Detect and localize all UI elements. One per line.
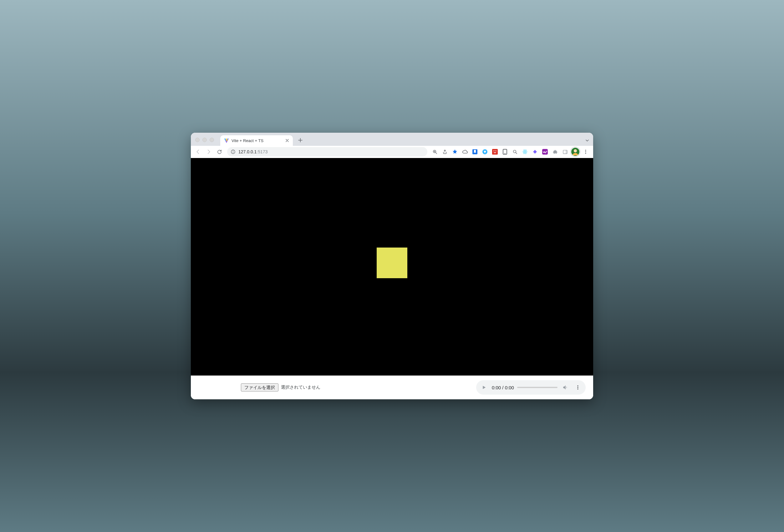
extension-react-devtools-icon[interactable] bbox=[521, 147, 529, 156]
file-choose-button[interactable]: ファイルを選択 bbox=[241, 383, 278, 392]
canvas-stage bbox=[191, 158, 593, 375]
nav-back-button[interactable] bbox=[193, 147, 203, 157]
extension-checks-icon[interactable] bbox=[541, 147, 549, 156]
address-host: 127.0.0.1 bbox=[239, 149, 256, 154]
tab-close-button[interactable] bbox=[285, 138, 290, 143]
svg-rect-1 bbox=[233, 151, 233, 153]
page-footer: ファイルを選択 選択されていません 0:00 / 0:00 bbox=[191, 375, 593, 399]
extension-diamond-icon[interactable] bbox=[531, 147, 539, 156]
nav-reload-button[interactable] bbox=[215, 147, 224, 157]
svg-point-8 bbox=[495, 150, 496, 151]
address-port: :5173 bbox=[256, 149, 268, 154]
new-tab-button[interactable] bbox=[296, 136, 305, 145]
audio-volume-button[interactable] bbox=[561, 383, 570, 392]
yellow-square bbox=[377, 248, 407, 278]
window-zoom-button[interactable] bbox=[209, 138, 214, 142]
window-close-button[interactable] bbox=[195, 138, 200, 142]
address-url: 127.0.0.1:5173 bbox=[239, 149, 268, 154]
audio-duration: 0:00 bbox=[505, 385, 514, 390]
svg-point-23 bbox=[585, 151, 586, 152]
window-traffic-lights bbox=[191, 138, 218, 146]
browser-window: Vite + React + TS 127.0.0.1:5173 bbox=[191, 133, 593, 399]
svg-point-12 bbox=[513, 150, 516, 153]
window-minimize-button[interactable] bbox=[202, 138, 207, 142]
extension-search-icon[interactable] bbox=[510, 147, 519, 156]
file-status-text: 選択されていません bbox=[281, 385, 320, 390]
svg-point-25 bbox=[577, 385, 578, 386]
audio-seek-slider[interactable] bbox=[517, 387, 558, 388]
nav-forward-button[interactable] bbox=[204, 147, 213, 157]
svg-point-22 bbox=[585, 149, 586, 150]
browser-toolbar: 127.0.0.1:5173 bbox=[191, 146, 593, 158]
share-icon[interactable] bbox=[441, 147, 449, 156]
zoom-icon[interactable] bbox=[430, 147, 439, 156]
extension-device-icon[interactable] bbox=[501, 147, 509, 156]
svg-point-27 bbox=[577, 388, 578, 389]
audio-menu-button[interactable] bbox=[573, 383, 583, 392]
vite-favicon-icon bbox=[224, 138, 229, 143]
browser-tab[interactable]: Vite + React + TS bbox=[220, 135, 293, 146]
browser-menu-button[interactable] bbox=[581, 147, 590, 156]
audio-time-display: 0:00 / 0:00 bbox=[492, 385, 514, 390]
tab-title: Vite + React + TS bbox=[231, 138, 282, 143]
extension-vite-icon[interactable] bbox=[480, 147, 489, 156]
extension-red-icon[interactable] bbox=[491, 147, 499, 156]
svg-point-24 bbox=[585, 153, 586, 153]
tab-search-button[interactable] bbox=[585, 138, 589, 143]
svg-point-26 bbox=[577, 387, 578, 388]
svg-point-7 bbox=[493, 150, 494, 151]
audio-player: 0:00 / 0:00 bbox=[476, 380, 586, 395]
tab-strip: Vite + React + TS bbox=[191, 133, 593, 146]
profile-avatar[interactable] bbox=[571, 147, 580, 157]
audio-play-button[interactable] bbox=[479, 383, 489, 392]
svg-rect-2 bbox=[233, 150, 233, 151]
svg-rect-19 bbox=[565, 150, 567, 153]
audio-time-separator: / bbox=[501, 385, 505, 390]
svg-rect-9 bbox=[494, 152, 496, 153]
extension-cloud-icon[interactable] bbox=[460, 147, 469, 156]
page-content: ファイルを選択 選択されていません 0:00 / 0:00 bbox=[191, 158, 593, 399]
svg-point-13 bbox=[525, 151, 526, 152]
file-input: ファイルを選択 選択されていません bbox=[241, 383, 320, 392]
svg-rect-11 bbox=[504, 153, 506, 154]
address-bar[interactable]: 127.0.0.1:5173 bbox=[227, 147, 427, 157]
svg-rect-6 bbox=[492, 149, 498, 155]
bookmark-star-icon[interactable] bbox=[450, 147, 459, 156]
extensions-puzzle-icon[interactable] bbox=[551, 147, 559, 156]
side-panel-icon[interactable] bbox=[561, 147, 569, 156]
site-info-icon[interactable] bbox=[230, 149, 236, 155]
audio-current-time: 0:00 bbox=[492, 385, 501, 390]
toolbar-actions bbox=[430, 147, 591, 157]
extension-bookmark-manager-icon[interactable] bbox=[471, 147, 479, 156]
svg-point-21 bbox=[574, 149, 577, 152]
